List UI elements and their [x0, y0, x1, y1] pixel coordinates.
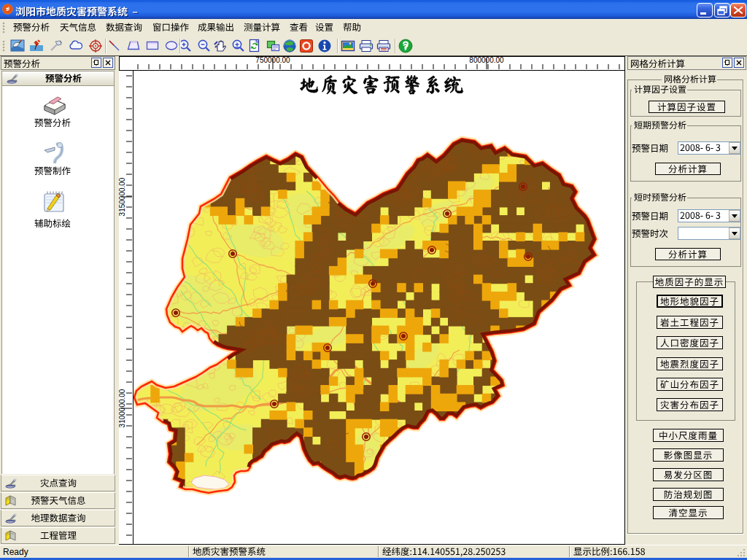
svg-text:3100000.00: 3100000.00	[119, 389, 126, 427]
svg-text:750000.00: 750000.00	[255, 56, 290, 64]
svg-text:3150000.00: 3150000.00	[119, 177, 126, 216]
svg-text:800000.00: 800000.00	[469, 56, 504, 64]
svg-text:?: ?	[403, 42, 409, 52]
